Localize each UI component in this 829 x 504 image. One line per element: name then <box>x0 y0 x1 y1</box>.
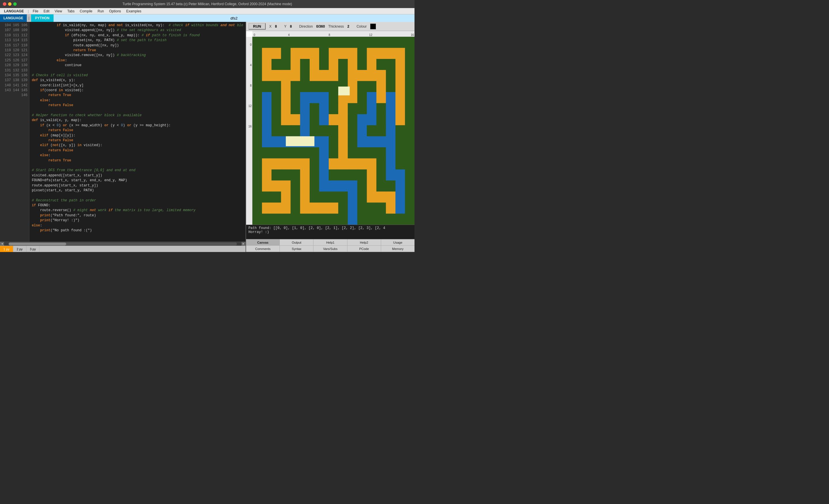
window-buttons <box>3 2 17 6</box>
scroll-left-button[interactable]: ◀ <box>0 242 4 246</box>
x-label: X <box>269 25 272 29</box>
thickness-label: Thickness <box>328 25 344 29</box>
ruler-top-8: 8 <box>329 33 330 37</box>
tab-syntax[interactable]: Syntax <box>280 246 314 252</box>
menu-language-label: LANGUAGE <box>2 9 26 14</box>
horizontal-scrollbar[interactable]: ◀ ▶ <box>0 242 246 246</box>
code-scroll[interactable]: 104 105 106 107 108 109 110 111 112 113 … <box>0 22 246 242</box>
bottom-file-tabs: 1 py 2 py 3 py <box>0 246 246 252</box>
ruler-top-16: 16 <box>411 33 414 37</box>
editor-panel: 104 105 106 107 108 109 110 111 112 113 … <box>0 22 246 252</box>
menubar: LANGUAGE | File Edit View Tabs Compile R… <box>0 8 414 14</box>
tab-separator: | <box>27 16 31 20</box>
right-tab-row-2: Comments Syntax Vars/Subs PCode Memory <box>246 246 414 252</box>
tab-output[interactable]: Output <box>280 239 314 246</box>
right-bottom-tabs: Canvas Output Help1 Help2 Usage Comments… <box>246 239 414 252</box>
ruler-top-12: 12 <box>369 33 372 37</box>
canvas-area: 0 4 8 12 16 0 4 8 12 16 <box>246 31 414 225</box>
colour-box <box>370 24 376 29</box>
menu-tabs[interactable]: Tabs <box>65 9 77 14</box>
minimize-button[interactable] <box>8 2 11 6</box>
tab-usage[interactable]: Usage <box>381 239 414 246</box>
tab-pcode[interactable]: PCode <box>348 246 381 252</box>
tab-help1[interactable]: Help1 <box>314 239 347 246</box>
editor-filename: dfs2 <box>53 14 414 22</box>
y-label: Y <box>284 25 286 29</box>
line-numbers: 104 105 106 107 108 109 110 111 112 113 … <box>0 22 29 242</box>
turtle-canvas <box>252 37 414 225</box>
scroll-thumb[interactable] <box>9 242 66 245</box>
ruler-left-12: 12 <box>248 105 252 108</box>
tab-help2[interactable]: Help2 <box>348 239 381 246</box>
ruler-top-0: 0 <box>254 33 255 37</box>
output-line-2: Horray! :) <box>248 230 412 234</box>
code-content: 104 105 106 107 108 109 110 111 112 113 … <box>0 22 246 242</box>
colour-label: Colour <box>357 25 367 29</box>
ruler-top-4: 4 <box>288 33 290 37</box>
code-area[interactable]: 104 105 106 107 108 109 110 111 112 113 … <box>0 22 246 242</box>
tab-memory[interactable]: Memory <box>381 246 414 252</box>
window-title: Turtle Programming System 15.47 beta (c)… <box>122 2 292 6</box>
titlebar: Turtle Programming System 15.47 beta (c)… <box>0 0 414 8</box>
thickness-value: 2 <box>348 25 353 29</box>
menu-view[interactable]: View <box>52 9 65 14</box>
output-line-1: Path found: [[0, 0], [1, 0], [2, 0], [2,… <box>248 226 412 230</box>
file-tab-3[interactable]: 3 py <box>27 246 40 252</box>
tab-comments[interactable]: Comments <box>246 246 280 252</box>
right-panel: RUN X 8 Y 8 Direction 0/360 Thickness 2 … <box>246 22 414 252</box>
code-lines: if is_valid(ny, nx, map) and not is_visi… <box>29 22 246 242</box>
menu-compile[interactable]: Compile <box>77 9 95 14</box>
run-button[interactable]: RUN <box>248 23 266 30</box>
language-label: LANGUAGE <box>0 14 27 22</box>
ruler-left-8: 8 <box>250 84 252 87</box>
tab-varssubs[interactable]: Vars/Subs <box>314 246 347 252</box>
y-value: 8 <box>290 25 296 29</box>
x-value: 8 <box>275 25 281 29</box>
menu-examples[interactable]: Examples <box>124 9 144 14</box>
scroll-track <box>9 242 237 245</box>
ruler-left-16: 16 <box>248 125 252 128</box>
menu-edit[interactable]: Edit <box>41 9 52 14</box>
menu-file[interactable]: File <box>31 9 41 14</box>
main-layout: 104 105 106 107 108 109 110 111 112 113 … <box>0 22 414 252</box>
tab-canvas[interactable]: Canvas <box>246 239 280 246</box>
file-tab-1[interactable]: 1 py <box>0 246 13 252</box>
menu-options[interactable]: Options <box>107 9 123 14</box>
python-tab[interactable]: PYTHON <box>31 14 53 22</box>
run-toolbar: RUN X 8 Y 8 Direction 0/360 Thickness 2 … <box>246 22 414 31</box>
file-tab-2[interactable]: 2 py <box>13 246 27 252</box>
ruler-left-4: 4 <box>250 64 252 67</box>
direction-value: 0/360 <box>316 25 325 29</box>
right-tab-row-1: Canvas Output Help1 Help2 Usage <box>246 239 414 246</box>
ruler-left: 0 4 8 12 16 <box>246 37 252 225</box>
direction-label: Direction <box>299 25 313 29</box>
ruler-left-0: 0 <box>250 43 252 46</box>
menu-run[interactable]: Run <box>95 9 106 14</box>
scroll-right-button[interactable]: ▶ <box>242 242 246 246</box>
close-button[interactable] <box>3 2 6 6</box>
ruler-top: 0 4 8 12 16 <box>252 31 414 37</box>
output-area: Path found: [[0, 0], [1, 0], [2, 0], [2,… <box>246 225 414 239</box>
tabbar: LANGUAGE | PYTHON dfs2 <box>0 14 414 22</box>
maximize-button[interactable] <box>13 2 17 6</box>
